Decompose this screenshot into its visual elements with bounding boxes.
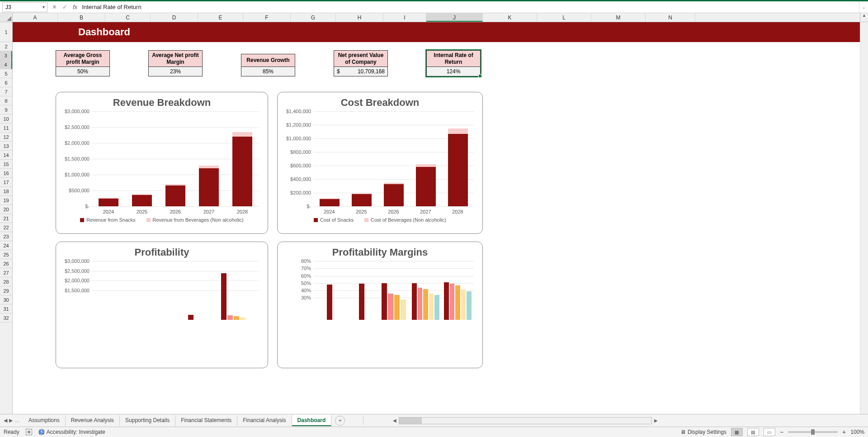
row-header-10[interactable]: 10	[0, 114, 12, 124]
row-header-25[interactable]: 25	[0, 250, 12, 259]
kpi-value: 124%	[427, 67, 480, 76]
chart-plot-area: $1,500,000$2,000,000$2,500,000$3,000,000	[92, 261, 259, 320]
formula-input[interactable]: Internal Rate of Return	[77, 4, 859, 10]
sheet-tab[interactable]: Supporting Details	[120, 415, 175, 426]
name-box[interactable]: J3 ▼	[2, 2, 47, 12]
cancel-icon[interactable]: ✕	[52, 4, 57, 10]
column-header-B[interactable]: B	[58, 13, 105, 22]
column-header-A[interactable]: A	[13, 13, 58, 22]
sheet-tab[interactable]: Assumptions	[23, 415, 66, 426]
chart-revenue-breakdown[interactable]: Revenue Breakdown $-$500,000$1,000,000$1…	[56, 92, 268, 234]
row-header-15[interactable]: 15	[0, 160, 12, 169]
row-header-21[interactable]: 21	[0, 214, 12, 223]
sheet-tab[interactable]: Financial Analysis	[237, 415, 292, 426]
worksheet-area[interactable]: Dashboard Average Gross profit Margin 50…	[13, 22, 860, 414]
row-header-20[interactable]: 20	[0, 205, 12, 214]
sheet-tab[interactable]: Revenue Analysis	[66, 415, 120, 426]
row-header-6[interactable]: 6	[0, 78, 12, 87]
chart-title: Profitability Margins	[284, 247, 476, 258]
row-header-7[interactable]: 7	[0, 87, 12, 96]
kpi-value: 85%	[241, 67, 295, 76]
row-header-1[interactable]: 1	[0, 22, 12, 42]
zoom-slider[interactable]	[788, 431, 838, 433]
kpi-net-margin: Average Net profit Margin 23%	[148, 50, 203, 76]
chart-legend: Revenue from Snacks Revenue from Beverag…	[62, 217, 261, 223]
sheet-tab[interactable]: Dashboard	[292, 415, 332, 426]
name-box-dropdown-icon[interactable]: ▼	[42, 5, 46, 10]
column-header-L[interactable]: L	[537, 13, 591, 22]
row-header-16[interactable]: 16	[0, 169, 12, 178]
row-header-11[interactable]: 11	[0, 124, 12, 133]
row-header-9[interactable]: 9	[0, 105, 12, 114]
view-page-layout-button[interactable]: ▤	[747, 428, 759, 436]
scroll-up-icon[interactable]: ▲	[860, 13, 868, 18]
column-header-I[interactable]: I	[383, 13, 426, 22]
row-header-3[interactable]: 3	[0, 51, 12, 60]
row-header-12[interactable]: 12	[0, 133, 12, 142]
name-box-value: J3	[5, 4, 11, 10]
add-sheet-button[interactable]: +	[335, 416, 345, 426]
tab-prev-icon[interactable]: ◀	[4, 418, 7, 423]
row-header-18[interactable]: 18	[0, 187, 12, 196]
kpi-irr[interactable]: Internal Rate of Return 124%	[426, 50, 481, 76]
row-header-5[interactable]: 5	[0, 69, 12, 78]
row-header-8[interactable]: 8	[0, 96, 12, 105]
confirm-icon[interactable]: ✓	[62, 4, 67, 10]
row-header-23[interactable]: 23	[0, 232, 12, 241]
column-header-E[interactable]: E	[198, 13, 243, 22]
row-header-27[interactable]: 27	[0, 268, 12, 277]
row-header-17[interactable]: 17	[0, 178, 12, 187]
chart-plot-area: $-$500,000$1,000,000$1,500,000$2,000,000…	[92, 111, 259, 206]
hscroll-left-icon[interactable]: ◀	[391, 418, 399, 423]
formula-bar-expand-icon[interactable]: ⌄	[859, 1, 868, 13]
column-header-F[interactable]: F	[243, 13, 291, 22]
row-header-19[interactable]: 19	[0, 196, 12, 205]
chart-profitability[interactable]: Profitability $1,500,000$2,000,000$2,500…	[56, 242, 268, 368]
row-header-30[interactable]: 30	[0, 295, 12, 304]
view-normal-button[interactable]: ▦	[731, 428, 743, 436]
column-header-J[interactable]: J	[426, 13, 483, 22]
macro-record-icon[interactable]	[26, 429, 32, 435]
row-header-22[interactable]: 22	[0, 223, 12, 232]
column-header-H[interactable]: H	[336, 13, 383, 22]
column-header-D[interactable]: D	[151, 13, 198, 22]
tab-more-icon[interactable]: …	[14, 418, 19, 423]
row-header-31[interactable]: 31	[0, 304, 12, 314]
display-settings-label[interactable]: Display Settings	[688, 429, 726, 435]
row-header-13[interactable]: 13	[0, 142, 12, 151]
row-header-4[interactable]: 4	[0, 60, 12, 69]
row-header-14[interactable]: 14	[0, 151, 12, 160]
accessibility-status[interactable]: Accessibility: Investigate	[47, 429, 105, 435]
tab-nav: ◀ ▶ …	[0, 418, 23, 423]
status-ready: Ready	[4, 429, 19, 435]
hscroll-right-icon[interactable]: ▶	[652, 418, 660, 423]
column-header-K[interactable]: K	[483, 13, 537, 22]
kpi-value: $ 10,709,168	[334, 67, 387, 76]
row-header-26[interactable]: 26	[0, 259, 12, 268]
horizontal-scrollbar[interactable]	[399, 417, 652, 424]
row-header-28[interactable]: 28	[0, 277, 12, 286]
vertical-scrollbar[interactable]	[860, 22, 868, 414]
sheet-tab[interactable]: Financial Statements	[175, 415, 237, 426]
tab-next-icon[interactable]: ▶	[9, 418, 13, 423]
column-header-C[interactable]: C	[105, 13, 151, 22]
display-settings-icon[interactable]: 🖥	[680, 429, 686, 435]
column-header-N[interactable]: N	[646, 13, 695, 22]
zoom-level[interactable]: 100%	[850, 429, 864, 435]
sheet-tabs-bar: ◀ ▶ … AssumptionsRevenue AnalysisSupport…	[0, 414, 868, 427]
row-header-29[interactable]: 29	[0, 286, 12, 295]
chart-cost-breakdown[interactable]: Cost Breakdown $-$200,000$400,000$600,00…	[277, 92, 483, 234]
row-header-24[interactable]: 24	[0, 241, 12, 250]
view-page-break-button[interactable]: ▭	[764, 428, 775, 436]
row-header-32[interactable]: 32	[0, 314, 12, 323]
zoom-out-button[interactable]: −	[780, 428, 783, 436]
column-header-M[interactable]: M	[591, 13, 646, 22]
row-header-2[interactable]: 2	[0, 42, 12, 51]
column-header-G[interactable]: G	[291, 13, 336, 22]
zoom-in-button[interactable]: +	[842, 428, 846, 436]
select-all-corner[interactable]	[0, 13, 13, 22]
chart-profitability-margins[interactable]: Profitability Margins 30%40%50%60%70%80%	[277, 242, 483, 368]
legend-swatch-icon	[146, 218, 151, 222]
fx-icon[interactable]: fx	[73, 4, 77, 10]
accessibility-icon[interactable]: ♿	[38, 429, 45, 435]
